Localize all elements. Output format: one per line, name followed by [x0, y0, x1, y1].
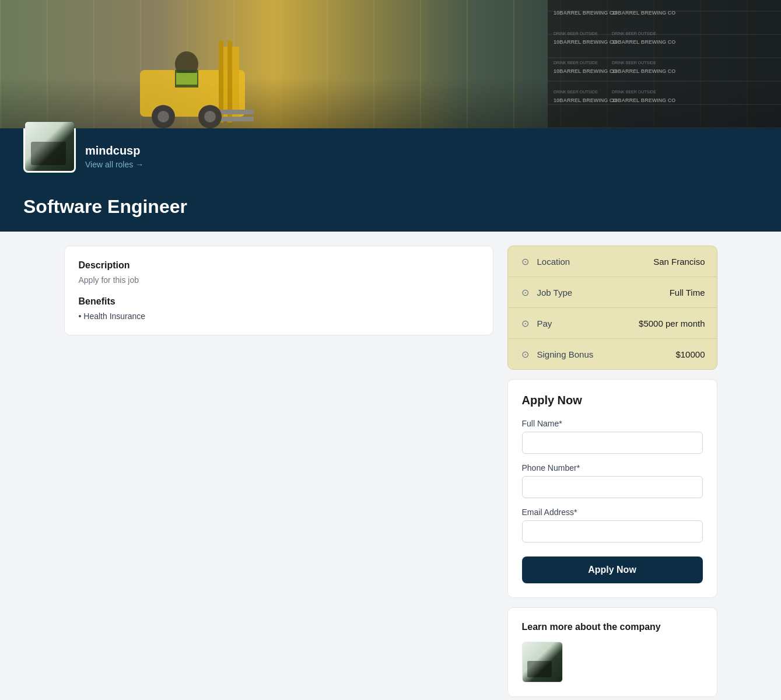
full-name-group: Full Name*	[522, 419, 703, 454]
job-title: Software Engineer	[23, 196, 758, 218]
hero-banner: 10BARREL BREWING CO 10BARREL BREWING CO …	[0, 0, 781, 128]
svg-rect-5	[219, 117, 254, 121]
benefits-title: Benefits	[79, 296, 479, 307]
email-address-group: Email Address*	[522, 508, 703, 542]
phone-number-group: Phone Number*	[522, 463, 703, 498]
full-name-label: Full Name*	[522, 419, 703, 428]
phone-number-input[interactable]	[522, 476, 703, 498]
company-logo	[23, 120, 76, 173]
right-column: ⊙ Location San Franciso ⊙ Job Type Full …	[507, 246, 717, 697]
svg-text:10BARREL BREWING CO: 10BARREL BREWING CO	[612, 97, 675, 103]
pay-value: $5000 per month	[639, 318, 705, 328]
email-address-input[interactable]	[522, 520, 703, 542]
barrel-labels: 10BARREL BREWING CO 10BARREL BREWING CO …	[548, 0, 781, 128]
svg-text:DRINK BEER OUTSIDE: DRINK BEER OUTSIDE	[554, 90, 598, 94]
page-content: Description Apply for this job Benefits …	[41, 232, 741, 700]
job-type-icon: ⊙	[520, 286, 531, 298]
location-label: Location	[537, 257, 570, 267]
job-type-value: Full Time	[670, 288, 705, 298]
job-detail-type: ⊙ Job Type Full Time	[508, 277, 717, 308]
learn-more-title: Learn more about the company	[522, 622, 703, 632]
svg-text:10BARREL BREWING CO: 10BARREL BREWING CO	[612, 10, 675, 16]
svg-text:DRINK BEER OUTSIDE: DRINK BEER OUTSIDE	[554, 32, 598, 36]
job-detail-pay: ⊙ Pay $5000 per month	[508, 308, 717, 339]
apply-now-button[interactable]: Apply Now	[522, 556, 703, 583]
phone-number-label: Phone Number*	[522, 463, 703, 473]
svg-text:10BARREL BREWING CO: 10BARREL BREWING CO	[554, 39, 617, 45]
learn-more-card: Learn more about the company	[507, 607, 717, 697]
job-type-label: Job Type	[537, 288, 573, 298]
pay-icon: ⊙	[520, 317, 531, 329]
svg-point-7	[157, 111, 169, 123]
job-title-section: Software Engineer	[0, 182, 781, 232]
svg-text:10BARREL BREWING CO: 10BARREL BREWING CO	[612, 68, 675, 74]
email-address-label: Email Address*	[522, 508, 703, 517]
svg-rect-4	[219, 110, 254, 114]
job-detail-location: ⊙ Location San Franciso	[508, 246, 717, 277]
svg-text:10BARREL BREWING CO: 10BARREL BREWING CO	[612, 39, 675, 45]
svg-text:DRINK BEER OUTSIDE: DRINK BEER OUTSIDE	[612, 61, 656, 65]
description-title: Description	[79, 260, 479, 271]
apply-title: Apply Now	[522, 394, 703, 407]
job-detail-signing-bonus: ⊙ Signing Bonus $10000	[508, 339, 717, 369]
forklift-illustration	[105, 12, 292, 128]
svg-text:DRINK BEER OUTSIDE: DRINK BEER OUTSIDE	[612, 32, 656, 36]
svg-text:10BARREL BREWING CO: 10BARREL BREWING CO	[554, 68, 617, 74]
svg-text:DRINK BEER OUTSIDE: DRINK BEER OUTSIDE	[612, 90, 656, 94]
description-subtitle: Apply for this job	[79, 275, 479, 285]
signing-bonus-label: Signing Bonus	[537, 349, 594, 359]
location-value: San Franciso	[653, 257, 705, 267]
left-column: Description Apply for this job Benefits …	[64, 246, 493, 335]
svg-rect-12	[176, 73, 197, 85]
benefits-health-insurance: • Health Insurance	[79, 312, 479, 321]
job-details-card: ⊙ Location San Franciso ⊙ Job Type Full …	[507, 246, 717, 370]
svg-text:DRINK BEER OUTSIDE: DRINK BEER OUTSIDE	[554, 61, 598, 65]
location-icon: ⊙	[520, 256, 531, 267]
svg-text:10BARREL BREWING CO: 10BARREL BREWING CO	[554, 97, 617, 103]
signing-bonus-icon: ⊙	[520, 348, 531, 360]
svg-text:10BARREL BREWING CO: 10BARREL BREWING CO	[554, 10, 617, 16]
pay-label: Pay	[537, 318, 552, 328]
company-preview-image[interactable]	[522, 642, 563, 682]
signing-bonus-value: $10000	[675, 349, 705, 359]
company-info: mindcusp View all roles →	[85, 142, 758, 169]
job-description-card: Description Apply for this job Benefits …	[64, 246, 493, 335]
full-name-input[interactable]	[522, 432, 703, 454]
company-name: mindcusp	[85, 144, 758, 158]
company-header: mindcusp View all roles →	[0, 128, 781, 182]
apply-card: Apply Now Full Name* Phone Number* Email…	[507, 379, 717, 598]
view-all-roles-link[interactable]: View all roles →	[85, 160, 758, 169]
svg-point-9	[204, 111, 216, 123]
